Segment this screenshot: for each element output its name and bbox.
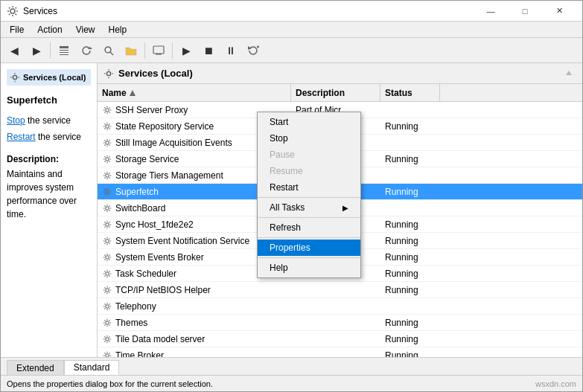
- menu-action[interactable]: Action: [31, 23, 68, 36]
- service-desc-cell: [291, 315, 380, 330]
- ctx-item-properties[interactable]: Properties: [258, 240, 360, 256]
- tab-extended[interactable]: Extended: [7, 360, 64, 375]
- sidebar-header-text: Services (Local): [23, 73, 86, 82]
- maximize-button[interactable]: □: [508, 1, 542, 22]
- window-title: Services: [23, 6, 57, 16]
- col-status[interactable]: Status: [380, 84, 440, 101]
- brand-text: wsxdn.com: [535, 379, 576, 388]
- title-bar: Services — □ ✕: [1, 1, 582, 22]
- svg-point-6: [105, 47, 111, 53]
- svg-point-17: [106, 108, 109, 111]
- service-row-icon: [102, 121, 112, 132]
- menu-bar: File Action View Help: [1, 22, 582, 38]
- toolbar-stop[interactable]: ⏹: [198, 41, 219, 60]
- ctx-item-refresh[interactable]: Refresh: [258, 219, 360, 236]
- service-name-cell: System Event Notification Service: [115, 236, 249, 246]
- svg-point-29: [106, 304, 109, 307]
- service-name-cell: Themes: [115, 318, 147, 328]
- panel-services-icon: [103, 68, 114, 79]
- ctx-item-restart[interactable]: Restart: [258, 179, 360, 196]
- sidebar-description-text: Maintains and improves system performanc…: [7, 167, 91, 221]
- tab-standard[interactable]: Standard: [64, 360, 120, 375]
- service-status-cell: Running: [380, 249, 440, 265]
- toolbar-sep-2: [144, 42, 145, 59]
- col-description[interactable]: Description: [291, 84, 380, 101]
- ctx-item-stop[interactable]: Stop: [258, 130, 360, 147]
- table-row[interactable]: ThemesRunning: [98, 315, 582, 331]
- toolbar: ◀ ▶ ▶ ⏹ ⏸: [1, 38, 582, 63]
- services-panel: Services (Local) Name Description: [98, 63, 582, 357]
- close-button[interactable]: ✕: [542, 1, 576, 22]
- svg-rect-9: [156, 54, 162, 55]
- service-name-cell: Storage Service: [115, 154, 179, 164]
- service-name-cell: TCP/IP NetBIOS Helper: [115, 285, 211, 295]
- service-desc-cell: [291, 331, 380, 347]
- service-status-cell: [380, 298, 440, 314]
- svg-point-22: [106, 190, 109, 193]
- ctx-item-start[interactable]: Start: [258, 114, 360, 130]
- service-row-icon: [102, 170, 112, 181]
- toolbar-up[interactable]: [54, 41, 74, 60]
- svg-point-27: [106, 271, 109, 274]
- sidebar-description-label: Description:: [7, 154, 91, 164]
- svg-rect-8: [153, 46, 164, 54]
- service-status-cell: Running: [380, 315, 440, 330]
- service-status-cell: Running: [380, 151, 440, 167]
- table-row[interactable]: Telephony: [98, 298, 582, 315]
- sort-icon: [130, 90, 136, 96]
- service-row-icon: [102, 285, 112, 295]
- minimize-button[interactable]: —: [474, 1, 508, 22]
- toolbar-forward[interactable]: ▶: [26, 41, 47, 60]
- ctx-separator: [258, 197, 360, 198]
- toolbar-computer[interactable]: [148, 41, 169, 60]
- ctx-separator: [258, 237, 360, 238]
- ctx-separator: [258, 257, 360, 258]
- service-status-cell: Running: [380, 216, 440, 232]
- menu-file[interactable]: File: [4, 23, 30, 36]
- toolbar-sep-1: [50, 42, 51, 59]
- svg-point-20: [106, 157, 109, 160]
- sidebar-actions: Stop the service Restart the service: [7, 113, 91, 145]
- toolbar-folder[interactable]: [121, 41, 141, 60]
- service-row-icon: [102, 334, 112, 344]
- sidebar: Services (Local) Superfetch Stop the ser…: [1, 63, 98, 357]
- col-name[interactable]: Name: [98, 84, 291, 101]
- ctx-item-all-tasks[interactable]: All Tasks▶: [258, 199, 360, 216]
- service-row-icon: [102, 269, 112, 279]
- toolbar-search[interactable]: [98, 41, 119, 60]
- toolbar-restart[interactable]: [243, 41, 264, 60]
- service-row-icon: [102, 105, 112, 115]
- service-row-icon: [102, 219, 112, 230]
- table-row[interactable]: TCP/IP NetBIOS HelperRunning: [98, 282, 582, 298]
- sidebar-restart-link[interactable]: Restart: [7, 132, 36, 142]
- toolbar-play[interactable]: ▶: [176, 41, 197, 60]
- table-row[interactable]: Tile Data model serverRunning: [98, 331, 582, 347]
- svg-rect-4: [60, 54, 69, 55]
- service-row-icon: [102, 203, 112, 213]
- menu-help[interactable]: Help: [103, 23, 133, 36]
- toolbar-sep-3: [172, 42, 173, 59]
- ctx-item-help[interactable]: Help: [258, 260, 360, 276]
- service-row-icon: [102, 187, 112, 197]
- service-desc-cell: [291, 282, 380, 298]
- toolbar-refresh[interactable]: [76, 41, 97, 60]
- services-title-icon: [7, 5, 19, 17]
- menu-view[interactable]: View: [70, 23, 101, 36]
- service-status-cell: Running: [380, 282, 440, 298]
- service-status-cell: [380, 200, 440, 216]
- service-row-icon: [102, 154, 112, 164]
- service-name-cell: Superfetch: [115, 187, 159, 197]
- service-name-cell: Storage Tiers Management: [115, 170, 223, 181]
- service-name-cell: Tile Data model server: [115, 334, 205, 344]
- svg-point-0: [10, 9, 15, 13]
- table-row[interactable]: Time BrokerRunning: [98, 347, 582, 357]
- service-status-cell: Running: [380, 266, 440, 281]
- toolbar-pause[interactable]: ⏸: [220, 41, 241, 60]
- toolbar-back[interactable]: ◀: [4, 41, 25, 60]
- service-desc-cell: [291, 347, 380, 357]
- service-status-cell: Running: [380, 233, 440, 248]
- sidebar-stop-link[interactable]: Stop: [7, 115, 25, 126]
- sidebar-stop-line: Stop the service: [7, 113, 91, 129]
- svg-rect-2: [60, 50, 69, 51]
- svg-point-21: [106, 173, 109, 176]
